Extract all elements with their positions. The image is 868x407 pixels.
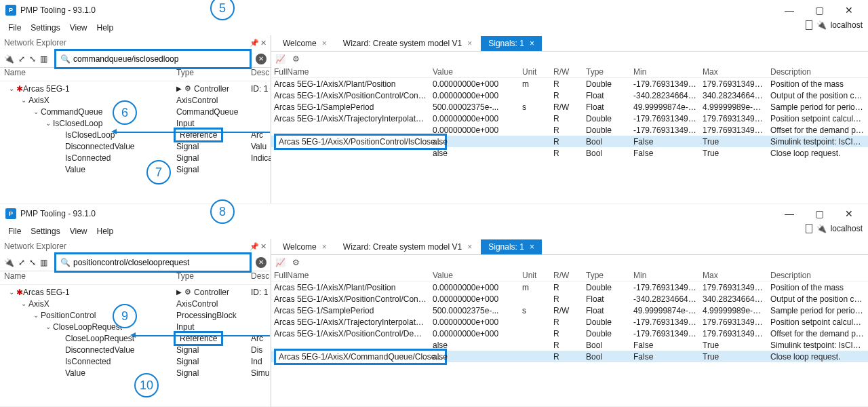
th-value[interactable]: Value bbox=[430, 67, 519, 77]
tab-signals[interactable]: Signals: 1× bbox=[481, 36, 542, 51]
menu-help[interactable]: Help bbox=[93, 22, 118, 34]
tree-header-type[interactable]: Type bbox=[176, 271, 251, 284]
tree-twisty[interactable]: ⌄ bbox=[19, 300, 28, 307]
maximize-button[interactable]: ▢ bbox=[806, 1, 833, 19]
close-icon[interactable]: × bbox=[322, 242, 327, 252]
play-icon[interactable]: ▶ bbox=[176, 85, 182, 92]
panel-close-icon[interactable]: ✕ bbox=[260, 242, 267, 251]
close-button[interactable]: ✕ bbox=[835, 205, 863, 222]
tree-row[interactable]: ValueSignal bbox=[0, 163, 271, 175]
close-icon[interactable]: × bbox=[467, 242, 472, 252]
th-min[interactable]: Min bbox=[631, 271, 700, 280]
tab-wizard[interactable]: Wizard: Create system model V1× bbox=[336, 36, 479, 51]
gear-icon[interactable]: ⚙ bbox=[184, 84, 191, 93]
th-max[interactable]: Max bbox=[700, 67, 768, 77]
maximize-button[interactable]: ▢ bbox=[806, 205, 833, 222]
table-row[interactable]: Arcas 5EG-1/AxisX/PositionControl/Deman.… bbox=[271, 328, 868, 339]
tree-view[interactable]: ⌄✱ Arcas 5EG-1▶⚙ControllerID: 1⌄ AxisXAx… bbox=[0, 81, 271, 204]
options-icon[interactable]: ⚙ bbox=[292, 54, 300, 64]
table-row[interactable]: Arcas 5EG-1/AxisX/TrajectoryInterpolator… bbox=[271, 316, 868, 328]
tree-row[interactable]: IsConnectedSignalIndica bbox=[0, 152, 271, 163]
connect-icon[interactable]: 🔌 bbox=[4, 54, 14, 64]
menu-view[interactable]: View bbox=[66, 225, 92, 237]
tree-twisty[interactable]: ⌄ bbox=[31, 108, 41, 115]
close-icon[interactable]: × bbox=[530, 39, 534, 48]
th-desc[interactable]: Description bbox=[768, 67, 868, 77]
expand-icon[interactable]: ⤢ bbox=[18, 54, 25, 64]
search-input[interactable] bbox=[73, 258, 245, 267]
tree-header-name[interactable]: Name bbox=[0, 271, 176, 284]
chart-icon[interactable]: 📈 bbox=[275, 258, 285, 267]
tree-header-desc[interactable]: Desc bbox=[251, 271, 271, 284]
th-min[interactable]: Min bbox=[631, 67, 700, 77]
panel-pin-icon[interactable]: 📌 bbox=[250, 242, 259, 251]
tree-row[interactable]: ⌄ AxisXAxisControl bbox=[0, 298, 271, 309]
tree-header-name[interactable]: Name bbox=[0, 68, 176, 81]
tree-twisty[interactable]: ⌄ bbox=[43, 119, 53, 127]
menu-view[interactable]: View bbox=[66, 22, 92, 34]
tree-header-type[interactable]: Type bbox=[176, 68, 251, 81]
tree-row[interactable]: DisconnectedValueSignalDis bbox=[0, 344, 271, 355]
clear-search-button[interactable]: ✕ bbox=[256, 54, 267, 64]
tree-row[interactable]: ⌄✱ Arcas 5EG-1▶⚙ControllerID: 1 bbox=[0, 286, 271, 298]
collapse-icon[interactable]: ⤡ bbox=[29, 258, 36, 267]
th-unit[interactable]: Unit bbox=[519, 271, 551, 280]
tree-row[interactable]: DisconnectedValueSignalValu bbox=[0, 140, 271, 152]
search-input[interactable] bbox=[73, 54, 245, 64]
tree-twisty[interactable]: ⌄ bbox=[31, 311, 41, 319]
th-max[interactable]: Max bbox=[700, 271, 768, 280]
th-fullname[interactable]: FullName bbox=[271, 67, 430, 77]
search-box[interactable]: 🔍 bbox=[54, 49, 252, 69]
tab-welcome[interactable]: Welcome× bbox=[275, 239, 334, 254]
close-icon[interactable]: × bbox=[530, 242, 534, 252]
table-row[interactable]: Arcas 5EG-1/AxisX/PositionControl/Contro… bbox=[271, 90, 868, 101]
tree-twisty[interactable]: ⌄ bbox=[43, 323, 53, 330]
th-unit[interactable]: Unit bbox=[519, 67, 551, 77]
pin-icon[interactable] bbox=[806, 20, 812, 30]
expand-icon[interactable]: ⤢ bbox=[18, 258, 25, 267]
menu-settings[interactable]: Settings bbox=[26, 225, 64, 237]
tree-header-desc[interactable]: Desc bbox=[251, 68, 271, 81]
filter-icon[interactable]: ▥ bbox=[40, 54, 47, 64]
options-icon[interactable]: ⚙ bbox=[292, 258, 300, 267]
tree-row[interactable]: ⌄✱ Arcas 5EG-1▶⚙ControllerID: 1 bbox=[0, 83, 271, 94]
collapse-icon[interactable]: ⤡ bbox=[29, 54, 36, 64]
search-box[interactable]: 🔍 bbox=[54, 252, 252, 273]
tree-row[interactable]: ValueSignalSimu bbox=[0, 367, 271, 379]
table-row[interactable]: Arcas 5EG-1/SamplePeriod500.00002375e-..… bbox=[271, 101, 868, 113]
table-row[interactable]: Arcas 5EG-1/AxisX/TrajectoryInterpolator… bbox=[271, 113, 868, 124]
table-row[interactable]: Arcas 5EG-1/AxisX/CommandQueue/Close...a… bbox=[271, 351, 868, 362]
menu-help[interactable]: Help bbox=[93, 225, 118, 237]
th-desc[interactable]: Description bbox=[768, 271, 868, 280]
tab-signals[interactable]: Signals: 1× bbox=[481, 239, 542, 254]
close-icon[interactable]: × bbox=[467, 39, 472, 48]
table-row[interactable]: Arcas 5EG-1/AxisX/Plant/Position0.000000… bbox=[271, 282, 868, 293]
minimize-button[interactable]: — bbox=[776, 205, 803, 222]
tab-wizard[interactable]: Wizard: Create system model V1× bbox=[336, 239, 479, 254]
table-row[interactable]: Arcas 5EG-1/AxisX/PositionControl/IsClos… bbox=[271, 136, 868, 147]
pin-icon[interactable] bbox=[806, 224, 812, 233]
table-row[interactable]: Arcas 5EG-1/AxisX/PositionControl/Contro… bbox=[271, 293, 868, 305]
menu-settings[interactable]: Settings bbox=[26, 22, 64, 34]
tree-twisty[interactable]: ⌄ bbox=[7, 288, 16, 296]
close-icon[interactable]: × bbox=[322, 39, 327, 48]
table-row[interactable]: Arcas 5EG-1/AxisX/Plant/Position0.000000… bbox=[271, 78, 868, 90]
panel-pin-icon[interactable]: 📌 bbox=[250, 39, 259, 47]
close-button[interactable]: ✕ bbox=[835, 1, 863, 19]
gear-icon[interactable]: ⚙ bbox=[184, 288, 191, 296]
clear-search-button[interactable]: ✕ bbox=[256, 257, 267, 268]
play-icon[interactable]: ▶ bbox=[176, 288, 182, 296]
panel-close-icon[interactable]: ✕ bbox=[260, 39, 267, 47]
th-type[interactable]: Type bbox=[583, 271, 631, 280]
th-rw[interactable]: R/W bbox=[551, 67, 583, 77]
tree-twisty[interactable]: ⌄ bbox=[7, 85, 16, 92]
th-value[interactable]: Value bbox=[430, 271, 519, 280]
table-row[interactable]: Arcas 5EG-1/SamplePeriod500.00002375e-..… bbox=[271, 305, 868, 316]
tree-row[interactable]: ⌄ AxisXAxisControl bbox=[0, 94, 271, 106]
th-rw[interactable]: R/W bbox=[551, 271, 583, 280]
chart-icon[interactable]: 📈 bbox=[275, 54, 285, 64]
menu-file[interactable]: File bbox=[4, 22, 25, 34]
th-type[interactable]: Type bbox=[583, 67, 631, 77]
menu-file[interactable]: File bbox=[4, 225, 25, 237]
tree-row[interactable]: IsConnectedSignalInd bbox=[0, 355, 271, 367]
